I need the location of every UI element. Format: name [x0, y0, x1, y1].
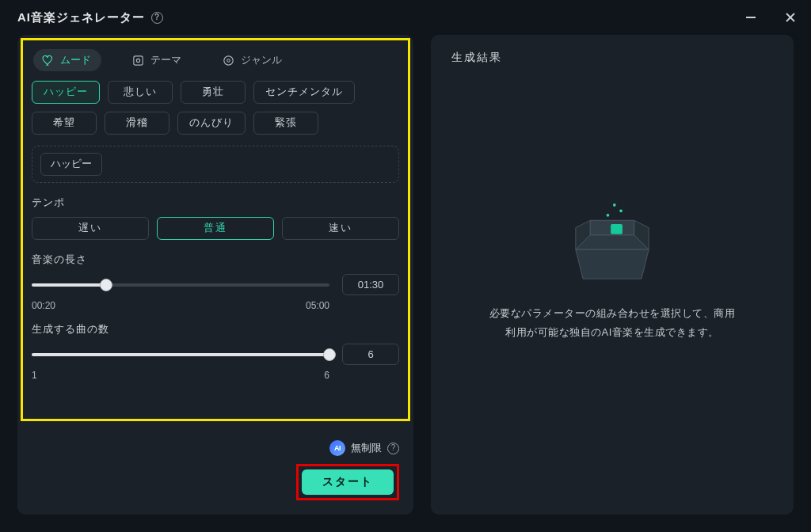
- length-slider-thumb[interactable]: [100, 279, 112, 291]
- mood-options: ハッピー 悲しい 勇壮 センチメンタル 希望 滑稽 のんびり 緊張: [32, 81, 399, 135]
- count-value: 6: [342, 344, 399, 365]
- results-panel: 生成結果 必要なパラメーターの組み合わせを選択して、商用 利用が可能な独自のAI…: [431, 35, 794, 515]
- heart-icon: [41, 54, 55, 67]
- count-slider[interactable]: [32, 348, 329, 362]
- disc-icon: [222, 54, 235, 67]
- open-box-icon: [553, 195, 672, 290]
- empty-text: 必要なパラメーターの組み合わせを選択して、商用 利用が可能な独自のAI音楽を生成…: [489, 304, 736, 342]
- count-slider-thumb[interactable]: [323, 348, 336, 361]
- titlebar: AI音楽ジェネレーター ?: [0, 0, 811, 35]
- mood-comical[interactable]: 滑稽: [105, 112, 169, 135]
- svg-point-4: [136, 59, 139, 62]
- tab-theme[interactable]: テーマ: [124, 49, 192, 71]
- svg-point-14: [613, 203, 616, 207]
- tempo-slow[interactable]: 遅い: [32, 217, 149, 240]
- window-title: AI音楽ジェネレーター: [17, 10, 145, 25]
- settings-panel: ムード テーマ ジャンル ハッピー 悲しい 勇壮 センチメンタル 希望 滑稽: [17, 35, 413, 515]
- mood-laidback[interactable]: のんびり: [177, 112, 246, 135]
- svg-point-13: [619, 209, 623, 212]
- selected-tags: ハッピー: [32, 146, 399, 183]
- category-tabs: ムード テーマ ジャンル: [32, 46, 399, 81]
- count-block: 生成する曲の数 6 1 6: [32, 322, 399, 381]
- svg-point-6: [227, 59, 230, 62]
- mood-sad[interactable]: 悲しい: [108, 81, 173, 104]
- ai-badge-icon: AI: [329, 440, 345, 456]
- mood-heroic[interactable]: 勇壮: [181, 81, 246, 104]
- tab-theme-label: テーマ: [150, 53, 181, 67]
- tab-genre-label: ジャンル: [241, 53, 282, 67]
- minimize-button[interactable]: [740, 6, 762, 28]
- content: ムード テーマ ジャンル ハッピー 悲しい 勇壮 センチメンタル 希望 滑稽: [0, 35, 811, 532]
- tempo-label: テンポ: [32, 196, 399, 210]
- mood-happy[interactable]: ハッピー: [32, 81, 100, 104]
- mood-tense[interactable]: 緊張: [253, 112, 318, 135]
- length-value: 01:30: [342, 274, 399, 295]
- tempo-fast[interactable]: 速い: [282, 217, 399, 240]
- count-min: 1: [32, 370, 37, 381]
- length-slider[interactable]: [32, 278, 329, 292]
- results-title: 生成結果: [451, 51, 773, 65]
- empty-line-2: 利用が可能な独自のAI音楽を生成できます。: [489, 323, 736, 342]
- tempo-options: 遅い 普通 速い: [32, 217, 399, 240]
- svg-marker-8: [576, 249, 649, 279]
- start-button[interactable]: スタート: [302, 469, 394, 495]
- length-slider-fill: [32, 283, 106, 287]
- tab-genre[interactable]: ジャンル: [214, 49, 292, 71]
- tab-mood-label: ムード: [60, 53, 91, 67]
- length-block: 音楽の長さ 01:30 00:20 05:00: [32, 253, 399, 311]
- mood-hope[interactable]: 希望: [32, 112, 97, 135]
- help-icon[interactable]: ?: [151, 12, 163, 24]
- count-label: 生成する曲の数: [32, 322, 399, 336]
- highlight-box-red: スタート: [296, 464, 399, 500]
- empty-line-1: 必要なパラメーターの組み合わせを選択して、商用: [489, 304, 736, 323]
- svg-rect-3: [134, 55, 143, 64]
- unlimited-row: AI 無制限 ?: [329, 440, 399, 456]
- tab-mood[interactable]: ムード: [33, 49, 101, 71]
- selected-tag[interactable]: ハッピー: [40, 153, 102, 176]
- count-max: 6: [324, 370, 329, 381]
- unlimited-label: 無制限: [351, 441, 382, 455]
- results-empty: 必要なパラメーターの組み合わせを選択して、商用 利用が可能な独自のAI音楽を生成…: [451, 70, 773, 499]
- tempo-normal[interactable]: 普通: [157, 217, 274, 240]
- length-min: 00:20: [32, 300, 55, 311]
- unlimited-help-icon[interactable]: ?: [387, 443, 399, 454]
- layers-icon: [131, 54, 145, 67]
- settings-footer: AI 無制限 ? スタート: [32, 435, 399, 500]
- window-controls: [740, 6, 801, 28]
- length-max: 05:00: [306, 300, 329, 311]
- count-slider-fill: [32, 353, 329, 356]
- svg-point-5: [224, 55, 233, 64]
- close-button[interactable]: [779, 6, 801, 28]
- window-title-group: AI音楽ジェネレーター ?: [17, 10, 163, 25]
- length-label: 音楽の長さ: [32, 253, 399, 267]
- svg-rect-15: [611, 224, 623, 234]
- mood-sentimental[interactable]: センチメンタル: [253, 81, 355, 104]
- svg-point-12: [607, 214, 610, 217]
